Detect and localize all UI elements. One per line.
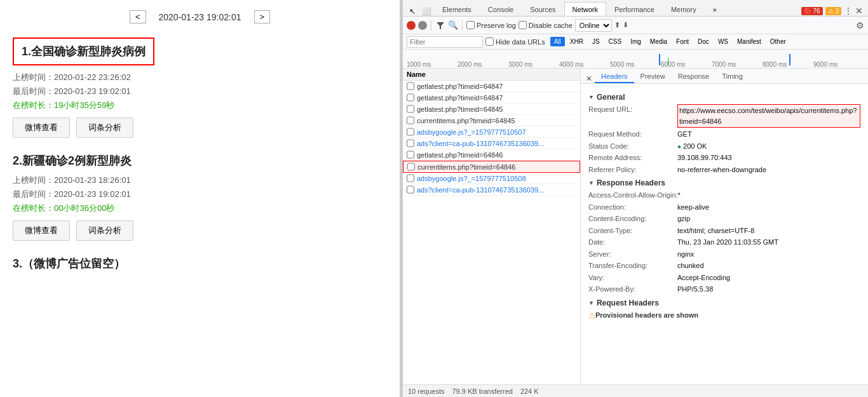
network-row-9-checkbox[interactable] bbox=[407, 185, 414, 194]
remote-address-value: 39.108.99.70:443 bbox=[677, 152, 732, 163]
network-row-7-checkbox[interactable] bbox=[407, 163, 415, 171]
network-row-4-checkbox[interactable] bbox=[407, 128, 414, 136]
devtools-close-icon[interactable]: ✕ bbox=[855, 6, 863, 16]
filter-type-media[interactable]: Media bbox=[646, 37, 671, 46]
filter-input[interactable] bbox=[407, 36, 483, 48]
filter-type-img[interactable]: Img bbox=[627, 37, 645, 46]
filter-type-js[interactable]: JS bbox=[588, 37, 604, 46]
resp-transfer-encoding-value: chunked bbox=[677, 260, 704, 271]
network-row-6-checkbox[interactable] bbox=[407, 151, 414, 159]
preserve-log-checkbox[interactable] bbox=[466, 21, 475, 29]
network-row-1-checkbox[interactable] bbox=[407, 93, 414, 102]
general-section-header: General bbox=[588, 93, 860, 102]
request-method-key: Request Method: bbox=[588, 129, 677, 140]
disable-cache-label[interactable]: Disable cache bbox=[519, 21, 573, 29]
record-button[interactable] bbox=[407, 21, 416, 30]
filter-type-ws[interactable]: WS bbox=[714, 37, 732, 46]
tab-headers[interactable]: Headers bbox=[595, 71, 634, 83]
resp-xpowered-row: X-Powered-By: PHP/5.5.38 bbox=[588, 284, 860, 295]
network-row-3-checkbox[interactable] bbox=[407, 116, 414, 124]
clear-button[interactable] bbox=[418, 21, 427, 30]
timeline-label-3: 3000 ms bbox=[508, 61, 559, 68]
footer-transferred: 79.9 KB transferred bbox=[452, 387, 512, 395]
resp-connection-row: Connection: keep-alive bbox=[588, 202, 860, 213]
filter-type-manifest[interactable]: Manifest bbox=[733, 37, 765, 46]
prev-date-btn[interactable]: < bbox=[130, 10, 146, 24]
tab-preview[interactable]: Preview bbox=[634, 71, 672, 83]
error-badge: 🔴 76 bbox=[801, 7, 823, 15]
resp-server-row: Server: nginx bbox=[588, 249, 860, 260]
cursor-icon[interactable]: ↖ bbox=[405, 7, 419, 16]
filter-bar: Hide data URLs All XHR JS CSS Img Media … bbox=[403, 34, 868, 50]
network-row-4[interactable]: adsbygoogle.js?_=1579777510507 bbox=[403, 126, 580, 138]
filter-type-other[interactable]: Other bbox=[766, 37, 790, 46]
network-row-0-checkbox[interactable] bbox=[407, 82, 414, 90]
disable-cache-checkbox[interactable] bbox=[519, 21, 527, 29]
filter-type-all[interactable]: All bbox=[550, 37, 565, 46]
timeline-label-9: 9000 ms bbox=[813, 61, 864, 68]
resp-vary-key: Vary: bbox=[588, 273, 677, 283]
resp-content-encoding-value: gzip bbox=[677, 213, 690, 224]
date-nav: < 2020-01-23 19:02:01 > bbox=[13, 6, 387, 27]
device-icon[interactable]: ⬜ bbox=[419, 7, 434, 16]
network-row-9-name: ads?client=ca-pub-1310746735136039... bbox=[417, 186, 576, 194]
network-row-5-checkbox[interactable] bbox=[407, 139, 414, 147]
item-2-end: 最后时间：2020-01-23 19:02:01 bbox=[13, 189, 387, 200]
tab-memory[interactable]: Memory bbox=[663, 2, 705, 16]
filter-icon[interactable] bbox=[435, 20, 445, 30]
tab-performance[interactable]: Performance bbox=[606, 2, 663, 16]
search-icon[interactable]: 🔍 bbox=[448, 20, 458, 30]
hide-data-urls-label[interactable]: Hide data URLs bbox=[485, 37, 545, 46]
item-1-weibo-btn[interactable]: 微博查看 bbox=[13, 118, 70, 138]
item-2-weibo-btn[interactable]: 微博查看 bbox=[13, 220, 70, 241]
network-row-5[interactable]: ads?client=ca-pub-1310746735136039... bbox=[403, 138, 580, 149]
hide-data-urls-checkbox[interactable] bbox=[485, 37, 494, 46]
resp-acao-row: Access-Control-Allow-Origin: * bbox=[588, 190, 860, 201]
timeline-label-2: 2000 ms bbox=[458, 61, 508, 68]
item-2-analysis-btn[interactable]: 词条分析 bbox=[76, 220, 133, 241]
devtools-more-icon[interactable]: ⋮ bbox=[844, 6, 853, 16]
details-close-btn[interactable]: ✕ bbox=[583, 74, 595, 83]
referrer-policy-row: Referrer Policy: no-referrer-when-downgr… bbox=[588, 165, 860, 175]
settings-icon[interactable]: ⚙ bbox=[856, 20, 864, 30]
resp-acao-value: * bbox=[678, 190, 681, 201]
network-row-0[interactable]: getlatest.php?timeid=64847 bbox=[403, 81, 580, 92]
footer-requests: 10 requests bbox=[408, 387, 444, 395]
tab-sources[interactable]: Sources bbox=[522, 2, 564, 16]
tab-response[interactable]: Response bbox=[672, 71, 716, 83]
network-row-2[interactable]: getlatest.php?timeid=64845 bbox=[403, 104, 580, 115]
filter-type-doc[interactable]: Doc bbox=[694, 37, 713, 46]
status-code-key: Status Code: bbox=[588, 141, 677, 152]
throttle-select[interactable]: Online bbox=[575, 19, 612, 32]
preserve-log-label[interactable]: Preserve log bbox=[466, 21, 516, 29]
tab-network[interactable]: Network bbox=[564, 2, 606, 16]
tab-timing[interactable]: Timing bbox=[715, 71, 749, 83]
item-1-analysis-btn[interactable]: 词条分析 bbox=[76, 118, 133, 138]
details-content: General Request URL: https://www.eecso.c… bbox=[581, 84, 868, 328]
devtools-panel: ↖ ⬜ Elements Console Sources Network Per… bbox=[403, 0, 868, 397]
filter-type-xhr[interactable]: XHR bbox=[566, 37, 587, 46]
upload-icon[interactable]: ⬆ bbox=[614, 21, 620, 29]
item-3-title: 3.（微博广告位留空） bbox=[13, 256, 387, 271]
network-row-7[interactable]: currentitems.php?timeid=64846 bbox=[403, 161, 580, 173]
trending-item-2: 2.新疆确诊2例新型肺炎 上榜时间：2020-01-23 18:26:01 最后… bbox=[13, 153, 387, 241]
network-row-6[interactable]: getlatest.php?timeid=64846 bbox=[403, 149, 580, 161]
resp-server-value: nginx bbox=[677, 249, 694, 260]
resp-transfer-encoding-row: Transfer-Encoding: chunked bbox=[588, 260, 860, 271]
network-row-8-checkbox[interactable] bbox=[407, 174, 414, 182]
network-row-1[interactable]: getlatest.php?timeid=64847 bbox=[403, 92, 580, 104]
tab-more[interactable]: » bbox=[705, 2, 725, 16]
request-url-value: https://www.eecso.com/test/weibo/apis/cu… bbox=[677, 104, 860, 128]
network-row-9[interactable]: ads?client=ca-pub-1310746735136039... bbox=[403, 184, 580, 196]
tab-elements[interactable]: Elements bbox=[434, 2, 480, 16]
network-row-8[interactable]: adsbygoogle.js?_=1579777510508 bbox=[403, 173, 580, 184]
filter-type-css[interactable]: CSS bbox=[605, 37, 626, 46]
network-row-2-checkbox[interactable] bbox=[407, 105, 414, 113]
next-date-btn[interactable]: > bbox=[254, 10, 271, 24]
network-row-1-name: getlatest.php?timeid=64847 bbox=[417, 94, 576, 102]
tab-console[interactable]: Console bbox=[480, 2, 522, 16]
filter-type-font[interactable]: Font bbox=[672, 37, 693, 46]
network-row-3[interactable]: currentitems.php?timeid=64845 bbox=[403, 115, 580, 126]
network-row-2-name: getlatest.php?timeid=64845 bbox=[417, 105, 576, 113]
download-icon[interactable]: ⬇ bbox=[623, 21, 628, 29]
